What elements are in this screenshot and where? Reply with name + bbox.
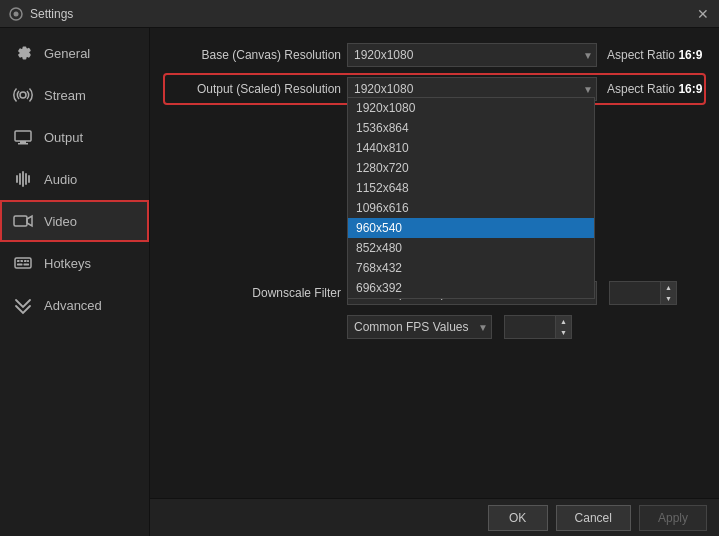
sidebar-item-video[interactable]: Video bbox=[0, 200, 149, 242]
svg-rect-11 bbox=[17, 264, 23, 266]
sidebar-label-hotkeys: Hotkeys bbox=[44, 256, 91, 271]
fps-spinbox: ▲ ▼ bbox=[504, 315, 572, 339]
apply-button[interactable]: Apply bbox=[639, 505, 707, 531]
svg-rect-9 bbox=[21, 260, 24, 262]
spinbox-down-button[interactable]: ▼ bbox=[661, 293, 676, 304]
fps-value-input[interactable] bbox=[505, 316, 555, 338]
dropdown-item-1440[interactable]: 1440x810 bbox=[348, 138, 594, 158]
advanced-icon bbox=[12, 294, 34, 316]
output-resolution-row: Output (Scaled) Resolution 1920x1080 ▼ 1… bbox=[166, 76, 703, 102]
dropdown-item-1096[interactable]: 1096x616 bbox=[348, 198, 594, 218]
hotkeys-icon bbox=[12, 252, 34, 274]
downscale-filter-label: Downscale Filter bbox=[166, 286, 341, 300]
sidebar-item-advanced[interactable]: Advanced bbox=[0, 284, 149, 326]
output-aspect-ratio: Aspect Ratio 16:9 bbox=[607, 82, 702, 96]
fps-spinbox-up[interactable]: ▲ bbox=[556, 316, 571, 327]
dropdown-item-852[interactable]: 852x480 bbox=[348, 238, 594, 258]
svg-rect-4 bbox=[20, 141, 26, 143]
svg-rect-8 bbox=[17, 260, 20, 262]
sidebar-label-stream: Stream bbox=[44, 88, 86, 103]
downscale-spinbox: ▲ ▼ bbox=[609, 281, 677, 305]
sidebar-item-general[interactable]: General bbox=[0, 32, 149, 74]
dropdown-item-1536[interactable]: 1536x864 bbox=[348, 118, 594, 138]
spinbox-up-button[interactable]: ▲ bbox=[661, 282, 676, 293]
content-area: Base (Canvas) Resolution 1920x1080 ▼ Asp… bbox=[150, 28, 719, 536]
resolution-dropdown-list: 1920x1080 1536x864 1440x810 1280x720 115… bbox=[347, 97, 595, 299]
svg-point-1 bbox=[14, 11, 19, 16]
audio-icon bbox=[12, 168, 34, 190]
window-title: Settings bbox=[30, 7, 695, 21]
svg-rect-10 bbox=[24, 260, 27, 262]
base-resolution-select-wrapper: 1920x1080 ▼ bbox=[347, 43, 597, 67]
sidebar-item-hotkeys[interactable]: Hotkeys bbox=[0, 242, 149, 284]
video-icon bbox=[12, 210, 34, 232]
fps-row: Common FPS Values Integer FPS Value Frac… bbox=[166, 314, 703, 340]
sidebar-label-video: Video bbox=[44, 214, 77, 229]
sidebar-label-advanced: Advanced bbox=[44, 298, 102, 313]
svg-rect-5 bbox=[18, 143, 28, 145]
sidebar-label-general: General bbox=[44, 46, 90, 61]
close-button[interactable]: ✕ bbox=[695, 6, 711, 22]
bottom-bar: OK Cancel Apply bbox=[150, 498, 719, 536]
sidebar-item-stream[interactable]: Stream bbox=[0, 74, 149, 116]
dropdown-item-960[interactable]: 960x540 bbox=[348, 218, 594, 238]
fps-spinbox-buttons: ▲ ▼ bbox=[555, 316, 571, 338]
dropdown-item-1152[interactable]: 1152x648 bbox=[348, 178, 594, 198]
svg-rect-3 bbox=[15, 131, 31, 141]
output-resolution-label: Output (Scaled) Resolution bbox=[166, 82, 341, 96]
sidebar: General Stream Output bbox=[0, 28, 150, 536]
sidebar-item-audio[interactable]: Audio bbox=[0, 158, 149, 200]
app-icon bbox=[8, 6, 24, 22]
main-layout: General Stream Output bbox=[0, 28, 719, 536]
gear-icon bbox=[12, 42, 34, 64]
base-resolution-label: Base (Canvas) Resolution bbox=[166, 48, 341, 62]
svg-rect-13 bbox=[27, 260, 29, 262]
dropdown-item-1920[interactable]: 1920x1080 bbox=[348, 98, 594, 118]
dropdown-item-696[interactable]: 696x392 bbox=[348, 278, 594, 298]
title-bar: Settings ✕ bbox=[0, 0, 719, 28]
cancel-button[interactable]: Cancel bbox=[556, 505, 631, 531]
svg-rect-7 bbox=[15, 258, 31, 268]
output-resolution-wrapper: 1920x1080 ▼ 1920x1080 1536x864 1440x810 … bbox=[347, 77, 597, 101]
svg-point-2 bbox=[20, 92, 26, 98]
svg-rect-6 bbox=[14, 216, 27, 226]
base-resolution-row: Base (Canvas) Resolution 1920x1080 ▼ Asp… bbox=[166, 42, 703, 68]
stream-icon bbox=[12, 84, 34, 106]
spinbox-buttons: ▲ ▼ bbox=[660, 282, 676, 304]
dropdown-item-1280[interactable]: 1280x720 bbox=[348, 158, 594, 178]
fps-select-wrapper: Common FPS Values Integer FPS Value Frac… bbox=[347, 315, 492, 339]
sidebar-item-output[interactable]: Output bbox=[0, 116, 149, 158]
dropdown-item-768[interactable]: 768x432 bbox=[348, 258, 594, 278]
sidebar-label-audio: Audio bbox=[44, 172, 77, 187]
downscale-value-input[interactable] bbox=[610, 282, 660, 304]
fps-spinbox-down[interactable]: ▼ bbox=[556, 327, 571, 338]
base-aspect-ratio: Aspect Ratio 16:9 bbox=[607, 48, 702, 62]
sidebar-label-output: Output bbox=[44, 130, 83, 145]
ok-button[interactable]: OK bbox=[488, 505, 548, 531]
fps-select[interactable]: Common FPS Values Integer FPS Value Frac… bbox=[347, 315, 492, 339]
svg-rect-12 bbox=[24, 264, 30, 266]
output-icon bbox=[12, 126, 34, 148]
base-resolution-select[interactable]: 1920x1080 bbox=[347, 43, 597, 67]
